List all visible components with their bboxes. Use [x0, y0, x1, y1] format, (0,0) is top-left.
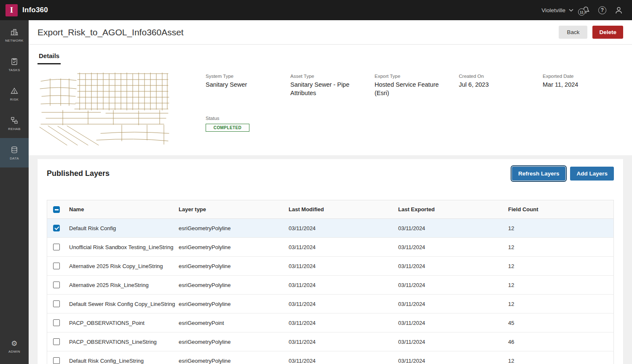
cell-last-exported: 03/11/2024 [398, 263, 508, 269]
cell-last-exported: 03/11/2024 [398, 339, 508, 345]
table-row[interactable]: PACP_OBSERVATIONS_LineString esriGeometr… [47, 332, 613, 351]
field-exported-date: Exported Date Mar 11, 2024 [543, 74, 590, 97]
cell-layer-type: esriGeometryPolyline [179, 282, 289, 288]
status-badge: COMPLETED [206, 124, 249, 132]
row-checkbox[interactable] [53, 244, 60, 250]
cell-field-count: 12 [508, 301, 613, 307]
table-header-row: Name Layer type Last Modified Last Expor… [47, 200, 613, 219]
field-label: Export Type [375, 74, 459, 79]
cell-field-count: 12 [508, 282, 613, 288]
sidebar-item-network[interactable]: NETWORK [0, 20, 29, 50]
cell-layer-type: esriGeometryPolyline [179, 244, 289, 250]
cell-field-count: 45 [508, 320, 613, 326]
user-icon [615, 6, 623, 14]
table-row[interactable]: Alternative 2025 Risk Copy_LineString es… [47, 257, 613, 276]
cell-field-count: 12 [508, 263, 613, 269]
field-value: Mar 11, 2024 [543, 81, 590, 89]
cell-last-exported: 03/11/2024 [398, 282, 508, 288]
row-checkbox[interactable] [53, 300, 60, 307]
add-layers-button[interactable]: Add Layers [570, 167, 614, 181]
table-row[interactable]: Alternative 2025 Risk_LineString esriGeo… [47, 276, 613, 295]
cell-field-count: 12 [508, 358, 613, 364]
cell-layer-type: esriGeometryPolyline [179, 263, 289, 269]
app-logo-icon: I [5, 4, 18, 16]
row-checkbox[interactable] [53, 225, 60, 231]
tasks-icon [10, 57, 19, 66]
sidebar-item-label: DATA [10, 157, 19, 160]
sidebar-item-risk[interactable]: RISK [0, 79, 29, 109]
table-row[interactable]: Default Risk Config esriGeometryPolyline… [47, 219, 613, 238]
cell-field-count: 46 [508, 339, 613, 345]
delete-button[interactable]: Delete [592, 26, 623, 39]
cell-name: Default Sewer Risk Config Copy_LineStrin… [69, 301, 179, 307]
app-name: Info360 [22, 6, 48, 14]
cell-last-modified: 03/11/2024 [289, 225, 398, 231]
cell-last-modified: 03/11/2024 [289, 301, 398, 307]
app-brand[interactable]: I Info360 [5, 4, 48, 16]
published-layers-title: Published Layers [47, 169, 110, 178]
cell-last-modified: 03/11/2024 [289, 282, 398, 288]
cell-last-modified: 03/11/2024 [289, 263, 398, 269]
table-row[interactable]: Unofficial Risk Sandbox Testing_LineStri… [47, 238, 613, 257]
notifications-button[interactable]: 11 [582, 6, 590, 14]
sidebar-item-label: RISK [10, 98, 19, 101]
table-body: Default Risk Config esriGeometryPolyline… [47, 219, 613, 364]
select-all-checkbox[interactable] [53, 206, 60, 213]
refresh-layers-button[interactable]: Refresh Layers [512, 167, 566, 181]
field-value: Sanitary Sewer [206, 81, 290, 89]
risk-icon [10, 87, 19, 95]
sidebar-item-admin[interactable]: ⚙ ADMIN [0, 332, 29, 361]
cell-last-modified: 03/11/2024 [289, 320, 398, 326]
cell-name: Default Risk Config [69, 225, 179, 231]
row-checkbox[interactable] [53, 338, 60, 345]
table-row[interactable]: Default Risk Config_LineString esriGeome… [47, 351, 613, 364]
cell-last-modified: 03/11/2024 [289, 244, 398, 250]
back-button[interactable]: Back [559, 26, 587, 39]
sidebar-item-label: NETWORK [5, 39, 24, 43]
data-icon [10, 146, 19, 154]
cell-field-count: 12 [508, 225, 613, 231]
cell-name: Default Risk Config_LineString [69, 358, 179, 364]
tab-details[interactable]: Details [37, 52, 61, 64]
field-created-on: Created On Jul 6, 2023 [459, 74, 543, 97]
cell-last-exported: 03/11/2024 [398, 244, 508, 250]
row-checkbox[interactable] [53, 282, 60, 288]
cell-name: Alternative 2025 Risk Copy_LineString [69, 263, 179, 269]
field-label: Exported Date [543, 74, 590, 79]
main-content: Export_Risk_to_AGOL_Info360Asset Back De… [29, 20, 632, 364]
row-checkbox[interactable] [53, 263, 60, 269]
row-checkbox[interactable] [53, 357, 60, 364]
cell-name: Alternative 2025 Risk_LineString [69, 282, 179, 288]
row-checkbox[interactable] [53, 319, 60, 326]
region-selector[interactable]: Violetville [541, 7, 573, 13]
cell-name: PACP_OBSERVATIONS_LineString [69, 339, 179, 345]
column-header-field-count: Field Count [508, 206, 613, 213]
profile-button[interactable] [615, 6, 623, 14]
field-value: Hosted Service Feature (Esri) [375, 81, 459, 97]
sidebar-item-rehab[interactable]: REHAB [0, 109, 29, 138]
gear-icon: ⚙ [11, 340, 18, 347]
table-row[interactable]: Default Sewer Risk Config Copy_LineStrin… [47, 295, 613, 314]
help-icon: ? [598, 6, 606, 14]
help-button[interactable]: ? [598, 6, 606, 14]
layers-table: Name Layer type Last Modified Last Expor… [47, 200, 614, 364]
table-row[interactable]: PACP_OBSERVATIONS_Point esriGeometryPoin… [47, 314, 613, 332]
region-label: Violetville [541, 7, 565, 13]
top-bar: I Info360 Violetville 11 ? [0, 0, 632, 20]
rehab-icon [10, 116, 19, 125]
sidebar-item-data[interactable]: DATA [0, 138, 29, 167]
cell-layer-type: esriGeometryPolyline [179, 358, 289, 364]
field-value: Jul 6, 2023 [459, 81, 543, 89]
sidebar-item-label: ADMIN [8, 350, 20, 353]
field-status: Status COMPLETED [206, 116, 290, 132]
cell-last-exported: 03/11/2024 [398, 320, 508, 326]
field-label: Created On [459, 74, 543, 79]
cell-last-modified: 03/11/2024 [289, 339, 398, 345]
cell-name: PACP_OBSERVATIONS_Point [69, 320, 179, 326]
field-system-type: System Type Sanitary Sewer [206, 74, 290, 97]
cell-layer-type: esriGeometryPolyline [179, 339, 289, 345]
sidebar-item-label: REHAB [8, 127, 21, 131]
cell-layer-type: esriGeometryPoint [179, 320, 289, 326]
sidebar-item-tasks[interactable]: TASKS [0, 50, 29, 79]
field-label: System Type [206, 74, 290, 79]
